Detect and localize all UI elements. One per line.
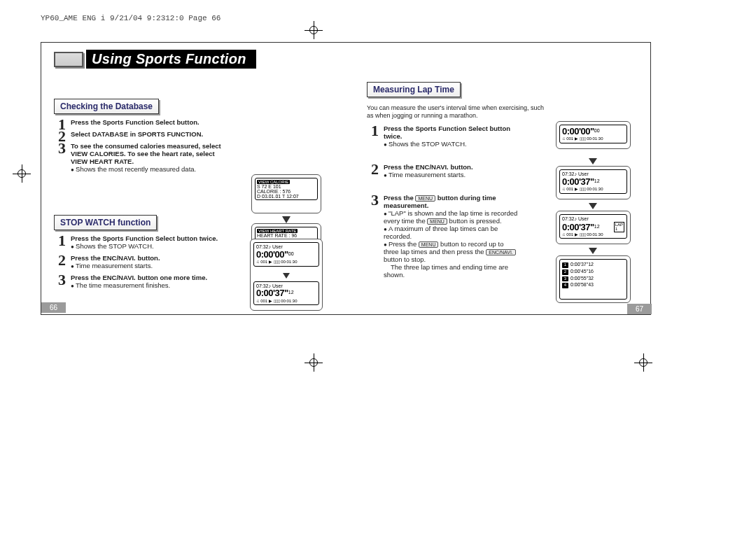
registration-mark [304,21,323,39]
database-steps: 1Press the Sports Function Select button… [58,118,226,173]
sw-time-zero: 0:00'00" [256,249,288,260]
menu-button-icon: MENU [419,241,439,248]
rd-top: 07:32♪ User [562,216,589,222]
lap-step3-bul2: A maximum of three lap times can be reco… [384,225,498,240]
page-spread: Using Sports Function Checking the Datab… [41,42,651,315]
lap-sub-37b: 12 [594,223,600,228]
lap-row-num: 1 [562,262,568,268]
lap-footer: ♫ 001 ▶ ▯▯▯ 00:01:30 [562,232,624,237]
lap-screen-2: 07:32♪ User 0:00'37"12 ♫ 001 ▶ ▯▯▯ 00:01… [556,166,631,199]
lap-footer: ♫ 001 ▶ ▯▯▯ 00:01:30 [562,136,624,141]
lap-row-time: 0:00'45"16 [570,269,594,274]
lap-time-37b: 0:00'37" [562,222,594,232]
stopwatch-steps: 1Press the Sports Function Select button… [58,234,226,289]
lap-row-num: 3 [562,276,568,282]
lap-screen-results: 10:00'37"12 20:00'45"16 30:00'55"32 40:0… [556,255,631,303]
sw-step3: Press the ENC/NAVI. button one more time… [71,274,207,281]
lap-step1: Press the Sports Function Select button … [384,125,510,140]
lap-row-time: 0:00'55"32 [570,276,594,281]
panel1-row0: S 72 E 101 [257,184,281,189]
db-step2: Select DATABASE in SPORTS FUNCTION. [71,130,203,138]
panel1-row1: CALORIE : 576 [257,189,290,194]
menu-button-icon: MENU [427,218,447,225]
title-ornament [54,52,83,67]
right-page: Measuring Lap Time You can measure the u… [342,43,652,316]
lap-row-num: 2 [562,269,568,275]
lap-footer: ♫ 001 ▶ ▯▯▯ 00:01:30 [562,187,624,192]
menu-button-icon: MENU [415,195,435,202]
registration-mark [304,353,323,372]
page-number-left: 66 [41,302,66,313]
sw-screen-zero: 07:32♪ User 0:00'00"00 ♫ 001 ▶ ▯▯▯ 00:01… [253,242,319,267]
sw-footer: ♫ 001 ▶ ▯▯▯ 00:01:30 [256,299,316,304]
section-header-stopwatch: STOP WATCH function [54,215,157,230]
lap-badge-label: LAP [615,223,623,227]
registration-mark [13,164,31,183]
down-arrow-icon [589,158,597,164]
stopwatch-screens-left: 07:32♪ User 0:00'00"00 ♫ 001 ▶ ▯▯▯ 00:01… [250,239,323,311]
sw-sub-zero: 00 [288,251,294,255]
lap-step3-bul3: Press the MENU button to record up to th… [384,240,516,263]
sw-sub-37: 12 [288,290,294,295]
sw-step2: Press the ENC/NAVI. button. [71,254,160,262]
lap-step3-tail: The three lap times and ending time are … [384,263,508,279]
lap-badge-num: 1 [615,227,617,231]
lap-screen-1: 0:00'00"00 ♫ 001 ▶ ▯▯▯ 00:01:30 [556,121,631,149]
lap-step2: Press the ENC/NAVI. button. [384,163,473,171]
lap-step3-bul1: "LAP" is shown and the lap time is recor… [384,209,517,225]
lap-step1-note: Shows the STOP WATCH. [384,140,467,148]
sw-step1-note: Shows the STOP WATCH. [71,242,154,250]
lap-step2-note: Time measurement starts. [384,171,465,178]
db-step3-note: Shows the most recently measured data. [71,165,196,173]
db-step1: Press the Sports Function Select button. [71,118,200,126]
lap-row-time: 0:00'58"43 [570,282,594,287]
sw-step1: Press the Sports Function Select button … [71,234,218,242]
encnavi-button-icon: ENC/NAVI. [486,249,516,255]
lap-sub-zero: 00 [594,128,600,133]
lap-sub-37: 12 [594,178,600,183]
lap-steps: 1Press the Sports Function Select button… [371,125,518,279]
page-number-right: 67 [627,304,652,314]
down-arrow-icon [283,273,290,279]
panel1-row2: D 03.01.01 T 12:07 [257,194,299,199]
section-header-database: Checking the Database [54,99,159,114]
lap-intro: You can measure the user's interval time… [367,104,549,120]
sw-screen-37: 07:32♪ User 0:00'37"12 ♫ 001 ▶ ▯▯▯ 00:01… [253,281,319,306]
lap-time-37: 0:00'37" [562,176,594,187]
db-step3: To see the consumed calories measured, s… [71,142,221,165]
main-title: Using Sports Function [86,50,256,69]
sw-time-37: 0:00'37" [256,288,288,298]
lap-row-time: 0:00'37"12 [570,262,594,267]
sw-step2-note: Time measurement starts. [71,262,153,269]
down-arrow-icon [589,248,597,254]
down-arrow-icon [589,203,597,209]
sw-step3-note: The time measurement finishes. [71,281,170,289]
registration-mark [634,353,652,372]
section-header-laptime: Measuring Lap Time [367,82,461,97]
title-row: Using Sports Function [54,50,256,69]
print-header: YP60_AME ENG i 9/21/04 9:2312:0 Page 66 [41,14,220,22]
lap-row-num: 4 [562,283,568,288]
lap-time-zero: 0:00'00" [562,126,594,136]
lap-screen-3: 07:32♪ User 0:00'37"12 LAP1 ♫ 001 ▶ ▯▯▯ … [556,211,631,244]
sw-footer: ♫ 001 ▶ ▯▯▯ 00:01:30 [256,260,316,265]
lap-step3a: Press the [384,194,415,202]
